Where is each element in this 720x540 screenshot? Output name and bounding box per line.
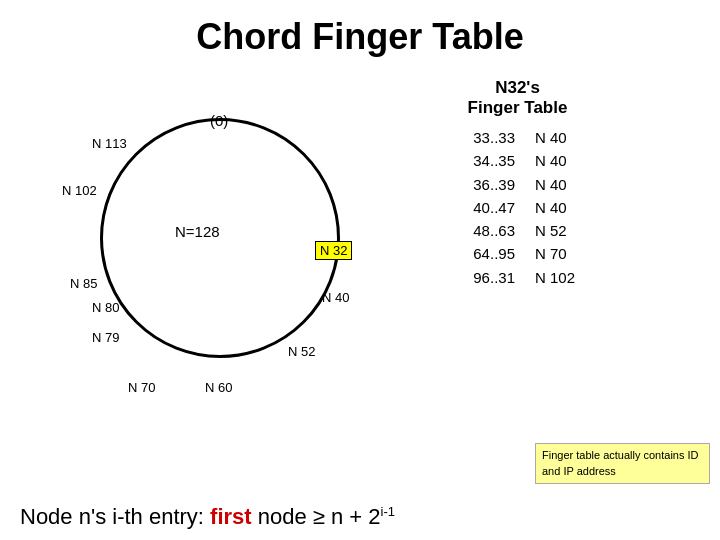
formula-area: Node n's i-th entry: first node ≥ n + 2i… <box>20 504 395 530</box>
finger-key: 48..63 <box>460 219 515 242</box>
note-box: Finger table actually contains ID and IP… <box>535 443 710 484</box>
finger-key: 40..47 <box>460 196 515 219</box>
node-n40: N 40 <box>322 290 349 305</box>
node-n32: N 32 <box>315 241 352 260</box>
node-n113: N 113 <box>92 136 127 151</box>
formula-superscript: i-1 <box>381 504 395 519</box>
finger-table-row: 64..95N 70 <box>460 242 575 265</box>
finger-table-row: 48..63N 52 <box>460 219 575 242</box>
formula-first: first <box>210 504 252 529</box>
node-n80: N 80 <box>92 300 119 315</box>
finger-table-row: 36..39N 40 <box>460 173 575 196</box>
finger-val: N 70 <box>535 242 575 265</box>
finger-val: N 40 <box>535 149 575 172</box>
finger-val: N 40 <box>535 173 575 196</box>
finger-table-rows: 33..33N 4034..35N 4036..39N 4040..47N 40… <box>460 126 575 289</box>
finger-key: 34..35 <box>460 149 515 172</box>
finger-table-row: 40..47N 40 <box>460 196 575 219</box>
finger-table-row: 33..33N 40 <box>460 126 575 149</box>
chord-circle <box>100 118 340 358</box>
n128-label: N=128 <box>175 223 220 240</box>
finger-val: N 52 <box>535 219 575 242</box>
finger-key: 33..33 <box>460 126 515 149</box>
main-content: (0) N=128 N 113 N 102 N 85 N 80 N 79 N 7… <box>0 68 720 488</box>
finger-table-row: 34..35N 40 <box>460 149 575 172</box>
finger-key: 96..31 <box>460 266 515 289</box>
finger-table-row: 96..31N 102 <box>460 266 575 289</box>
node-n85: N 85 <box>70 276 97 291</box>
node-n60: N 60 <box>205 380 232 395</box>
finger-val: N 40 <box>535 196 575 219</box>
finger-key: 36..39 <box>460 173 515 196</box>
finger-val: N 102 <box>535 266 575 289</box>
chord-area: (0) N=128 N 113 N 102 N 85 N 80 N 79 N 7… <box>20 68 440 488</box>
finger-table-area: N32'sFinger Table 33..33N 4034..35N 4036… <box>460 78 575 488</box>
node-n70: N 70 <box>128 380 155 395</box>
node-n52: N 52 <box>288 344 315 359</box>
finger-val: N 40 <box>535 126 575 149</box>
formula-suffix: node ≥ n + 2 <box>252 504 381 529</box>
node-n102: N 102 <box>62 183 97 198</box>
finger-table-title: N32'sFinger Table <box>460 78 575 118</box>
node-n79: N 79 <box>92 330 119 345</box>
formula-prefix: Node n's i-th entry: <box>20 504 210 529</box>
page-title: Chord Finger Table <box>0 0 720 58</box>
finger-key: 64..95 <box>460 242 515 265</box>
